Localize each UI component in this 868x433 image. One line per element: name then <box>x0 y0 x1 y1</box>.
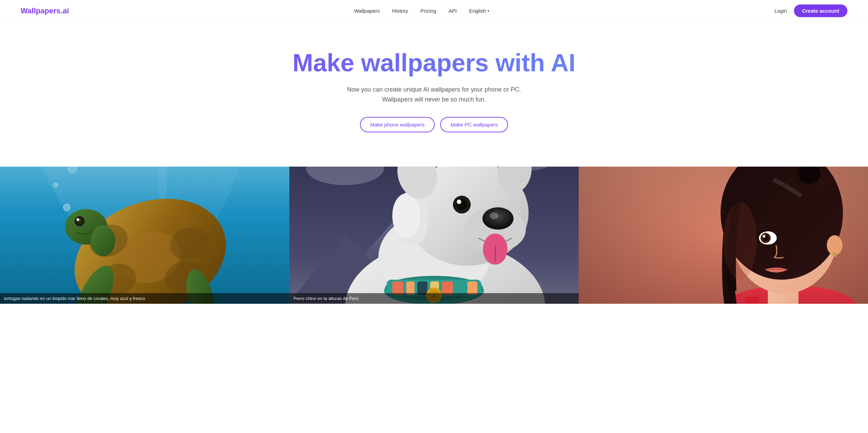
nav-pricing[interactable]: Pricing <box>420 8 436 14</box>
svg-point-22 <box>63 204 70 211</box>
create-account-button[interactable]: Create account <box>794 4 847 17</box>
svg-rect-65 <box>746 296 760 303</box>
svg-rect-39 <box>406 281 414 294</box>
svg-point-18 <box>76 218 79 221</box>
language-label: English <box>469 8 486 14</box>
girl-illustration <box>579 167 868 304</box>
gallery-item-dog[interactable]: ✦ Perro chino en la alturas de Perú <box>289 167 579 304</box>
svg-point-23 <box>53 183 58 187</box>
turtle-illustration <box>0 167 289 304</box>
svg-point-21 <box>91 225 115 256</box>
svg-point-77 <box>832 252 837 257</box>
navbar-actions: Login Create account <box>774 4 847 17</box>
nav-wallpapers[interactable]: Wallpapers <box>354 8 379 14</box>
hero-buttons: Make phone wallpapers Make PC wallpapers <box>7 117 861 132</box>
svg-rect-40 <box>417 281 427 294</box>
svg-rect-42 <box>442 281 453 294</box>
svg-point-55 <box>457 200 461 204</box>
gallery-caption-dog: Perro chino en la alturas de Perú <box>289 293 579 304</box>
hero-subtitle: Now you can create unique AI wallpapers … <box>331 85 537 105</box>
gallery-section: tortugas nadando en un limpido mar lleno… <box>0 167 868 304</box>
svg-point-76 <box>827 235 842 255</box>
hero-title: Make wallpapers with AI <box>7 49 861 76</box>
language-selector[interactable]: English ▾ <box>469 8 489 14</box>
logo[interactable]: Wallpapers.ai <box>21 7 69 15</box>
chevron-down-icon: ▾ <box>487 9 489 13</box>
gallery-item-girl[interactable] <box>579 167 868 304</box>
svg-point-75 <box>723 202 757 279</box>
gallery-caption-turtle: tortugas nadando en un limpido mar lleno… <box>0 293 289 304</box>
svg-point-51 <box>482 207 514 230</box>
nav-history[interactable]: History <box>392 8 408 14</box>
nav-links: Wallpapers History Pricing API English ▾ <box>354 8 489 14</box>
hero-section: Make wallpapers with AI Now you can crea… <box>0 22 868 153</box>
make-pc-wallpapers-button[interactable]: Make PC wallpapers <box>440 117 508 132</box>
navbar: Wallpapers.ai Wallpapers History Pricing… <box>0 0 868 22</box>
svg-rect-43 <box>456 281 465 294</box>
login-button[interactable]: Login <box>774 8 787 14</box>
svg-point-47 <box>392 193 420 238</box>
svg-rect-38 <box>392 281 403 294</box>
gallery-item-turtle[interactable]: tortugas nadando en un limpido mar lleno… <box>0 167 289 304</box>
svg-rect-44 <box>467 281 477 294</box>
svg-point-52 <box>490 212 498 219</box>
make-phone-wallpapers-button[interactable]: Make phone wallpapers <box>360 117 435 132</box>
svg-point-24 <box>68 167 77 173</box>
svg-point-74 <box>762 235 765 238</box>
dog-illustration: ✦ <box>289 167 579 304</box>
nav-api[interactable]: API <box>448 8 457 14</box>
